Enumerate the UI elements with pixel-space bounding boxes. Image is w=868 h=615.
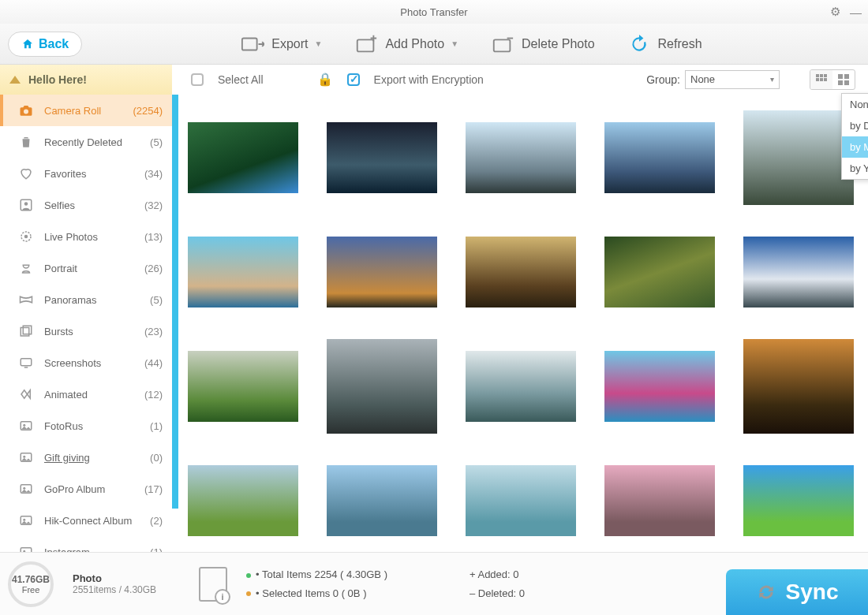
export-button[interactable]: Export ▼ <box>240 34 322 54</box>
sidebar-item-selfies[interactable]: Selfies(32) <box>0 189 172 221</box>
view-grid-small-button[interactable] <box>810 70 832 89</box>
add-photo-button[interactable]: Add Photo ▼ <box>354 34 458 54</box>
back-label: Back <box>39 37 69 51</box>
refresh-button[interactable]: Refresh <box>627 34 702 54</box>
delete-photo-button[interactable]: Delete Photo <box>490 34 595 54</box>
export-icon <box>240 34 265 54</box>
album-count: (2254) <box>133 105 163 117</box>
photo-thumbnail[interactable] <box>466 339 576 434</box>
heart-icon <box>19 166 33 181</box>
photo-thumbnail[interactable] <box>466 237 576 308</box>
group-option-by-day[interactable]: by Day <box>842 115 868 136</box>
sidebar-item-favorites[interactable]: Favorites(34) <box>0 158 172 189</box>
chevron-down-icon: ▼ <box>315 39 323 48</box>
album-list[interactable]: Camera Roll(2254)Recently Deleted(5)Favo… <box>0 95 172 552</box>
album-count: (12) <box>144 389 163 401</box>
delete-photo-icon <box>490 34 515 54</box>
back-button[interactable]: Back <box>8 32 82 57</box>
main-panel: Select All 🔒 Export with Encryption Grou… <box>178 65 868 552</box>
album-label: Hik-Connect Album <box>44 515 139 527</box>
album-count: (32) <box>144 199 163 211</box>
album-count: (1) <box>150 546 163 553</box>
group-option-by-month[interactable]: by Month <box>842 136 868 158</box>
photo-thumbnail[interactable] <box>188 237 298 308</box>
svg-rect-29 <box>838 80 843 85</box>
svg-point-4 <box>24 202 28 206</box>
photo-thumbnail[interactable] <box>466 110 576 205</box>
group-dropdown-menu: Noneby Dayby Monthby Year <box>841 93 868 180</box>
photo-thumbnail[interactable] <box>327 110 437 205</box>
photo-thumbnail[interactable] <box>743 237 854 308</box>
photo-thumbnail[interactable] <box>743 339 854 434</box>
sidebar: Hello Here! Camera Roll(2254)Recently De… <box>0 65 172 552</box>
sidebar-item-portrait[interactable]: Portrait(26) <box>0 252 172 284</box>
sidebar-item-instagram[interactable]: Instagram(1) <box>0 536 172 552</box>
animated-icon <box>19 387 33 401</box>
settings-icon[interactable]: ⚙ <box>830 5 840 19</box>
photo-thumbnail[interactable] <box>327 237 437 308</box>
sidebar-item-animated[interactable]: Animated(12) <box>0 378 172 410</box>
sidebar-item-camera-roll[interactable]: Camera Roll(2254) <box>0 95 172 126</box>
album-label: Panoramas <box>44 294 139 306</box>
album-label: GoPro Album <box>44 483 133 495</box>
sidebar-item-screenshots[interactable]: Screenshots(44) <box>0 347 172 378</box>
album-count: (44) <box>144 357 163 369</box>
photo-thumbnail[interactable] <box>604 110 715 205</box>
svg-rect-10 <box>24 367 28 368</box>
photo-thumbnail[interactable] <box>604 237 715 308</box>
export-label: Export <box>271 37 308 51</box>
add-photo-label: Add Photo <box>385 37 444 51</box>
svg-rect-0 <box>242 38 257 50</box>
scroll-accent <box>172 95 178 509</box>
svg-rect-28 <box>844 74 849 79</box>
sidebar-item-gift-giving[interactable]: Gift giving(0) <box>0 442 172 473</box>
svg-rect-25 <box>820 78 823 81</box>
album-label: Animated <box>44 389 133 401</box>
sidebar-item-live-photos[interactable]: Live Photos(13) <box>0 221 172 252</box>
totals-column: • Total Items 2254 ( 4.30GB ) • Selected… <box>246 565 387 602</box>
photo-thumbnail[interactable] <box>604 465 715 536</box>
svg-rect-2 <box>494 39 511 51</box>
photo-thumbnail[interactable] <box>743 110 854 205</box>
group-dropdown[interactable]: None ▾ <box>685 70 780 89</box>
album-count: (1) <box>150 420 163 432</box>
sidebar-item-gopro-album[interactable]: GoPro Album(17) <box>0 473 172 505</box>
minimize-icon[interactable]: — <box>850 6 862 19</box>
group-label: Group: <box>646 73 680 86</box>
svg-rect-22 <box>820 74 823 77</box>
album-count: (5) <box>150 136 163 148</box>
photo-thumbnail[interactable] <box>327 465 437 536</box>
disk-usage-ring: 41.76GB Free <box>8 561 54 607</box>
svg-rect-9 <box>21 359 32 366</box>
album-icon <box>19 545 33 552</box>
svg-rect-21 <box>816 74 819 77</box>
group-option-none[interactable]: None <box>842 94 868 115</box>
svg-rect-1 <box>357 39 374 51</box>
sync-button[interactable]: Sync <box>726 569 868 615</box>
sidebar-item-hik-connect-album[interactable]: Hik-Connect Album(2) <box>0 505 172 536</box>
sidebar-item-recently-deleted[interactable]: Recently Deleted(5) <box>0 126 172 158</box>
sidebar-item-panoramas[interactable]: Panoramas(5) <box>0 284 172 315</box>
photo-thumbnail[interactable] <box>466 465 576 536</box>
svg-rect-24 <box>816 78 819 81</box>
sync-icon <box>756 582 776 602</box>
photo-thumbnail[interactable] <box>188 465 298 536</box>
album-icon <box>19 513 33 527</box>
album-icon <box>19 450 33 464</box>
photo-thumbnail[interactable] <box>743 465 854 536</box>
svg-rect-23 <box>824 74 827 77</box>
encryption-checkbox[interactable] <box>347 73 360 86</box>
photo-thumbnail[interactable] <box>188 110 298 205</box>
select-all-checkbox[interactable] <box>191 73 204 86</box>
album-count: (0) <box>150 452 163 464</box>
sidebar-item-fotorus[interactable]: FotoRus(1) <box>0 410 172 442</box>
photo-thumbnail[interactable] <box>188 339 298 434</box>
photo-grid[interactable] <box>178 95 868 552</box>
album-label: Bursts <box>44 326 133 337</box>
photo-thumbnail[interactable] <box>327 339 437 434</box>
view-grid-large-button[interactable] <box>832 70 855 89</box>
group-option-by-year[interactable]: by Year <box>842 158 868 179</box>
sidebar-item-bursts[interactable]: Bursts(23) <box>0 315 172 347</box>
photo-thumbnail[interactable] <box>604 339 715 434</box>
album-count: (17) <box>144 483 163 495</box>
